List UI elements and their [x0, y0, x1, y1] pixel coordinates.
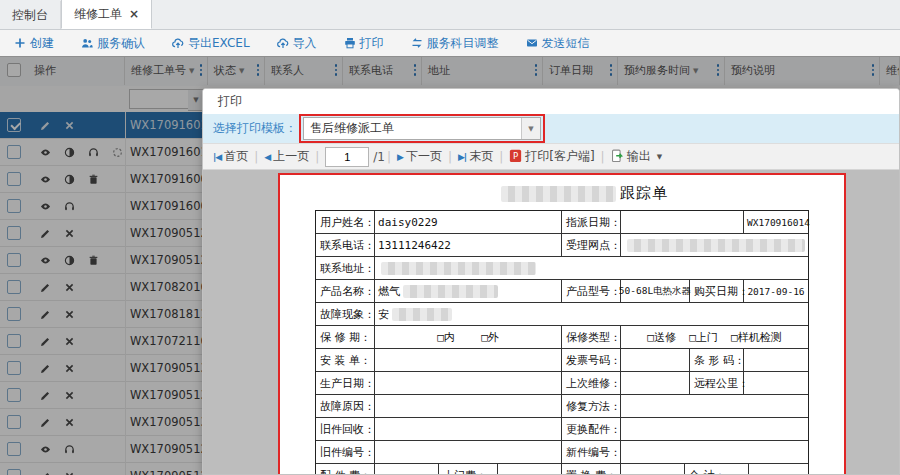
form-cell-text: 安: [378, 307, 389, 322]
pager-next-button[interactable]: ▶下一页: [397, 148, 442, 165]
form-value-cell: 燃气: [375, 280, 562, 302]
form-value-cell: daisy0229: [375, 211, 562, 233]
pager-prev-button[interactable]: ◀上一页: [264, 148, 309, 165]
form-cell-text: 上门费：: [443, 468, 487, 475]
form-value-cell: 13111246422: [375, 234, 562, 256]
pdf-icon: P: [509, 149, 522, 165]
tab-bar: 控制台维修工单×: [0, 0, 900, 30]
prev-page-icon: ◀: [264, 152, 270, 162]
toolbar-button-创建[interactable]: 创建: [14, 35, 54, 52]
pager-button-label: 上一页: [273, 148, 309, 165]
toolbar: 创建服务确认导出EXCEL导入打印服务科目调整发送短信: [0, 30, 900, 57]
form-row: 旧件回收：更换配件：: [316, 418, 808, 441]
form-label-cell: 故障现象：: [316, 303, 375, 325]
form-label-cell: 故障原因：: [316, 395, 375, 417]
form-label-cell: 上门费：: [439, 464, 498, 475]
form-value-cell: [621, 349, 690, 371]
form-cell-text: WX170916014: [747, 217, 810, 228]
form-cell-text: 上次维修：: [566, 376, 621, 391]
pager-separator: |: [315, 150, 319, 164]
form-cell-text: 保 修 期：: [320, 330, 371, 345]
form-value-cell: [744, 372, 808, 394]
censored-block: [627, 239, 805, 252]
form-value-cell: [375, 372, 562, 394]
toolbar-button-导出EXCEL[interactable]: 导出EXCEL: [172, 35, 250, 52]
form-cell-text: 旧件编号：: [320, 445, 375, 460]
form-value-cell: 安: [375, 303, 808, 325]
form-cell-text: 发票号码：: [566, 353, 621, 368]
tab-label: 控制台: [12, 1, 48, 29]
toolbar-button-label: 服务科目调整: [427, 35, 499, 52]
toolbar-button-label: 打印: [360, 35, 384, 52]
form-label-cell: 产品型号：: [562, 280, 621, 302]
form-value-cell: [621, 464, 685, 475]
form-label-cell: 合 计：: [685, 464, 749, 475]
toolbar-button-label: 服务确认: [97, 35, 145, 52]
pager-last-button[interactable]: ▶|末页: [458, 148, 493, 165]
toolbar-button-label: 发送短信: [542, 35, 590, 52]
pager-first-button[interactable]: |◀首页: [213, 148, 248, 165]
tracking-form-table: 用户姓名：daisy0229指派日期：WX170916014联系电话：13111…: [315, 210, 809, 475]
censored-block: [403, 285, 498, 298]
form-row: 产品名称：燃气产品型号：50-68L电热水器购买日期：2017-09-16: [316, 280, 808, 303]
form-cell-text: 联系电话：: [320, 238, 375, 253]
form-row: 生产日期：上次维修：远程公里：: [316, 372, 808, 395]
chevron-down-icon[interactable]: ▼: [521, 118, 540, 139]
pager-separator: |: [387, 150, 391, 164]
pager-button-label: 下一页: [406, 148, 442, 165]
pager-separator: |: [601, 150, 605, 164]
form-value-cell: [375, 441, 562, 463]
form-title-text: 跟踪单: [620, 184, 668, 203]
template-row: 选择打印模板： 售后维修派工单 ▼: [203, 114, 899, 143]
pager-separator: |: [448, 150, 452, 164]
form-label-cell: 产品名称：: [316, 280, 375, 302]
form-row: 安 装 单：发票号码：条 形 码：: [316, 349, 808, 372]
form-value-cell: [621, 234, 808, 256]
form-label-cell: 指派日期：: [562, 211, 621, 233]
print-dialog: 打印 选择打印模板： 售后维修派工单 ▼ |◀首页|◀上一页|/1|▶下一页|▶…: [202, 88, 900, 475]
form-cell-text: 保修类型：: [566, 330, 621, 345]
form-value-cell: [375, 464, 439, 475]
form-cell-text: 购买日期：: [694, 284, 749, 299]
form-value-cell: [621, 441, 808, 463]
form-cell-text: 新件编号：: [566, 445, 621, 460]
pager-button-label: 打印[客户端]: [525, 148, 594, 165]
printer-icon: [344, 37, 356, 49]
toolbar-button-服务科目调整[interactable]: 服务科目调整: [411, 35, 499, 52]
form-label-cell: 联系电话：: [316, 234, 375, 256]
form-cell-text: 生产日期：: [320, 376, 375, 391]
export-icon: [611, 149, 624, 165]
form-label-cell: 保修类型：: [562, 326, 621, 348]
next-page-icon: ▶: [397, 152, 403, 162]
form-label-cell: 修复方法：: [562, 395, 621, 417]
form-row: 故障原因：修复方法：: [316, 395, 808, 418]
highlight-box-template: 售后维修派工单 ▼: [299, 114, 545, 143]
pager-export-button[interactable]: 输出▼: [611, 148, 662, 165]
toolbar-button-服务确认[interactable]: 服务确认: [81, 35, 145, 52]
toolbar-button-导入[interactable]: 导入: [277, 35, 317, 52]
print-preview-area: 跟踪单 用户姓名：daisy0229指派日期：WX170916014联系电话：1…: [203, 170, 899, 475]
page-number-input[interactable]: [325, 147, 369, 167]
form-cell-text: 用户姓名：: [320, 215, 375, 230]
form-value-cell: WX170916014: [744, 211, 808, 233]
form-cell-text: 2017-09-16: [747, 286, 804, 297]
tab-label: 维修工单: [74, 0, 122, 28]
toolbar-button-打印[interactable]: 打印: [344, 35, 384, 52]
form-cell-text: 更换配件：: [566, 422, 621, 437]
toolbar-button-发送短信[interactable]: 发送短信: [526, 35, 590, 52]
form-label-cell: 旧件编号：: [316, 441, 375, 463]
pager-separator: |: [499, 150, 503, 164]
form-label-cell: 购买日期：: [690, 280, 744, 302]
pager-separator: |: [254, 150, 258, 164]
censored-block: [501, 186, 616, 202]
tab-work-orders[interactable]: 维修工单×: [61, 0, 152, 29]
template-select[interactable]: 售后维修派工单 ▼: [303, 117, 541, 140]
close-tab-icon[interactable]: ×: [129, 8, 139, 20]
form-label-cell: 保 修 期：: [316, 326, 375, 348]
print-dialog-title: 打印: [203, 89, 899, 114]
pager-pdf-button[interactable]: P打印[客户端]: [509, 148, 594, 165]
form-label-cell: 置 换 费：: [562, 464, 621, 475]
tab-console[interactable]: 控制台: [0, 1, 61, 29]
form-cell-text: □内 □外: [437, 330, 499, 345]
form-value-cell: [744, 349, 808, 371]
